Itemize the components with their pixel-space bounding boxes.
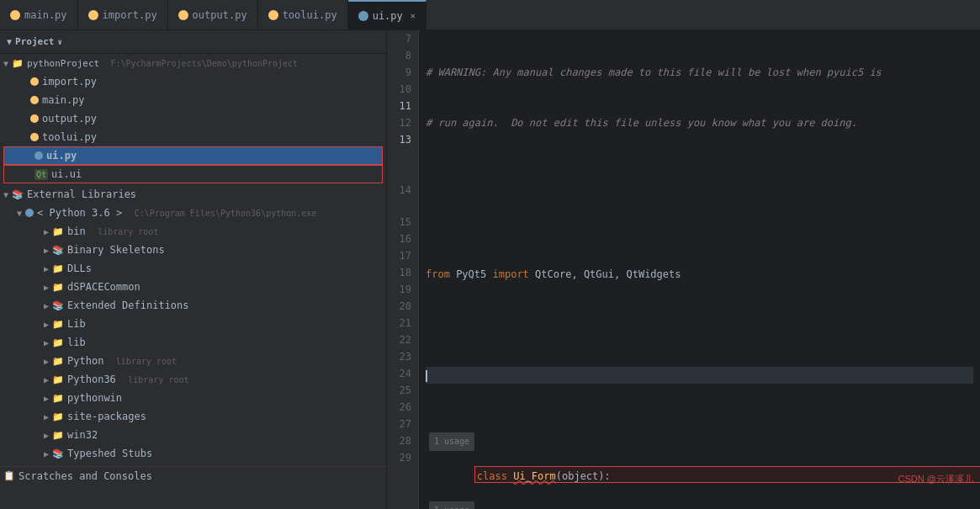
sidebar-item-python-root[interactable]: ▶ 📁 Python library root xyxy=(0,352,386,370)
ln-29: 29 xyxy=(394,449,411,466)
chevron-down-icon: ▼ xyxy=(7,37,12,46)
ln-8: 8 xyxy=(394,47,411,64)
folder-win32-icon: 📁 xyxy=(52,430,64,441)
code-line-12 xyxy=(426,316,973,333)
ln-28: 28 xyxy=(394,432,411,449)
sidebar-item-binary-skeletons[interactable]: ▶ 📚 Binary Skeletons xyxy=(0,241,386,259)
sidebar-item-dspace[interactable]: ▶ 📁 dSPACECommon xyxy=(0,278,386,296)
sidebar-item-pythonwin[interactable]: ▶ 📁 pythonwin xyxy=(0,389,386,407)
chevron-python-icon: ▼ xyxy=(17,209,22,218)
ln-7: 7 xyxy=(394,30,411,47)
sidebar-item-lib-cap[interactable]: ▶ 📁 Lib xyxy=(0,315,386,333)
sidebar-header[interactable]: ▼ Project ∨ xyxy=(0,30,386,54)
sidebar-item-main[interactable]: main.py xyxy=(0,91,386,109)
sidebar-footer[interactable]: 📋 Scratches and Consoles xyxy=(0,466,386,485)
tab-label-main: main.py xyxy=(24,9,67,21)
tab-label-import: import.py xyxy=(103,9,157,21)
close-icon[interactable]: ✕ xyxy=(411,11,416,20)
ln-26: 26 xyxy=(394,399,411,416)
sidebar-item-ui-py[interactable]: ui.py xyxy=(3,146,383,165)
ln-14c xyxy=(394,199,411,214)
sidebar-item-project[interactable]: ▼ 📁 pythonProject F:\PycharmProjects\Dem… xyxy=(0,54,386,72)
ln-16: 16 xyxy=(394,231,411,247)
toolui-py-label: toolui.py xyxy=(42,131,97,143)
folder-pwin-icon: 📁 xyxy=(52,393,64,404)
dspace-label: dSPACECommon xyxy=(67,281,140,293)
scratches-label: Scratches and Consoles xyxy=(19,470,152,482)
ext-libs-label: External Libraries xyxy=(27,188,136,200)
qt-icon: Qt xyxy=(34,169,48,180)
tab-label-output: output.py xyxy=(193,9,247,21)
python-root-label: Python library root xyxy=(67,355,177,367)
dlls-label: DLLs xyxy=(67,262,92,274)
code-line-11: from PyQt5 import QtCore, QtGui, QtWidge… xyxy=(426,266,973,283)
binary-skeletons-label: Binary Skeletons xyxy=(67,244,165,256)
lib-label: lib xyxy=(67,337,86,348)
chevron-site-icon: ▶ xyxy=(44,412,49,422)
tab-ui-py[interactable]: ui.py ✕ xyxy=(348,0,426,30)
tab-icon-toolui xyxy=(268,10,278,20)
folder-site-icon: 📁 xyxy=(52,411,64,422)
sidebar-item-extdefs[interactable]: ▶ 📚 Extended Definitions xyxy=(0,296,386,315)
ln-12: 12 xyxy=(394,114,411,131)
py-dot-toolui xyxy=(30,133,39,141)
ln-13: 13 xyxy=(394,131,411,148)
ln-9: 9 xyxy=(394,64,411,81)
sidebar-item-python36[interactable]: ▼ < Python 3.6 > C:\Program Files\Python… xyxy=(0,204,386,222)
sidebar-item-typeshed[interactable]: ▶ 📚 Typeshed Stubs xyxy=(0,444,386,463)
ln-24: 24 xyxy=(394,365,411,382)
ln-19: 19 xyxy=(394,281,411,298)
py36-root-label: Python36 library root xyxy=(67,374,189,385)
py-dot-ui xyxy=(34,151,43,160)
tab-label-ui: ui.py xyxy=(373,10,403,22)
scratches-icon: 📋 xyxy=(3,470,15,481)
chevron-lib-icon: ▶ xyxy=(44,320,49,329)
sidebar-item-ext-libs[interactable]: ▼ 📚 External Libraries xyxy=(0,185,386,204)
folder-dlls-icon: 📁 xyxy=(52,263,64,274)
folder-bs-icon: 📚 xyxy=(52,245,64,256)
sidebar-item-toolui[interactable]: toolui.py xyxy=(0,128,386,146)
chevron-small-icon: ∨ xyxy=(57,38,61,46)
chevron-pyroot-icon: ▶ xyxy=(44,357,49,366)
project-label: Project xyxy=(15,36,54,47)
tab-import-py[interactable]: import.py xyxy=(78,0,168,30)
usage-hint-2: 1 usage xyxy=(426,503,973,509)
usage-hint-1: 1 usage xyxy=(426,434,973,449)
chevron-extdefs-icon: ▶ xyxy=(44,301,49,310)
sidebar-item-output[interactable]: output.py xyxy=(0,109,386,128)
sidebar-item-lib[interactable]: ▶ 📁 lib xyxy=(0,333,386,352)
py-dot-main xyxy=(30,96,39,104)
ln-27: 27 xyxy=(394,416,411,432)
ln-17: 17 xyxy=(394,247,411,264)
ln-11: 11 xyxy=(394,98,411,114)
folder-bin-icon: 📁 xyxy=(52,226,64,237)
tab-output-py[interactable]: output.py xyxy=(168,0,258,30)
tab-main-py[interactable]: main.py xyxy=(0,0,78,30)
ln-22: 22 xyxy=(394,331,411,348)
py-dot-py36 xyxy=(25,209,34,217)
code-line-13 xyxy=(426,367,973,384)
code-area[interactable]: 7 8 9 10 11 12 13 14 15 16 17 18 19 20 2… xyxy=(387,30,980,509)
pythonwin-label: pythonwin xyxy=(67,392,122,404)
sidebar-item-py36-root[interactable]: ▶ 📁 Python36 library root xyxy=(0,370,386,389)
site-packages-label: site-packages xyxy=(67,411,146,422)
sidebar-item-win32[interactable]: ▶ 📁 win32 xyxy=(0,426,386,444)
sidebar: ▼ Project ∨ ▼ 📁 pythonProject F:\Pycharm… xyxy=(0,30,387,509)
ln-18: 18 xyxy=(394,264,411,281)
folder-lib-icon: 📁 xyxy=(52,319,64,330)
tab-toolui-py[interactable]: toolui.py xyxy=(258,0,348,30)
ln-21: 21 xyxy=(394,315,411,331)
chevron-down-ext-icon: ▼ xyxy=(3,190,8,199)
chevron-bin-icon: ▶ xyxy=(44,227,49,236)
sidebar-item-dlls[interactable]: ▶ 📁 DLLs xyxy=(0,259,386,278)
chevron-dlls-icon: ▶ xyxy=(44,264,49,273)
sidebar-item-sitepkgs[interactable]: ▶ 📁 site-packages xyxy=(0,407,386,426)
folder-pyroot-icon: 📁 xyxy=(52,356,64,367)
sidebar-item-ui-ui[interactable]: Qt ui.ui xyxy=(3,165,383,183)
sidebar-item-import[interactable]: import.py xyxy=(0,72,386,91)
folder-icon: 📁 xyxy=(12,58,24,69)
sidebar-item-bin[interactable]: ▶ 📁 bin library root xyxy=(0,222,386,241)
tabs-bar: main.py import.py output.py toolui.py ui… xyxy=(0,0,980,30)
main-py-label: main.py xyxy=(42,94,85,106)
code-editor: 7 8 9 10 11 12 13 14 15 16 17 18 19 20 2… xyxy=(387,30,980,509)
